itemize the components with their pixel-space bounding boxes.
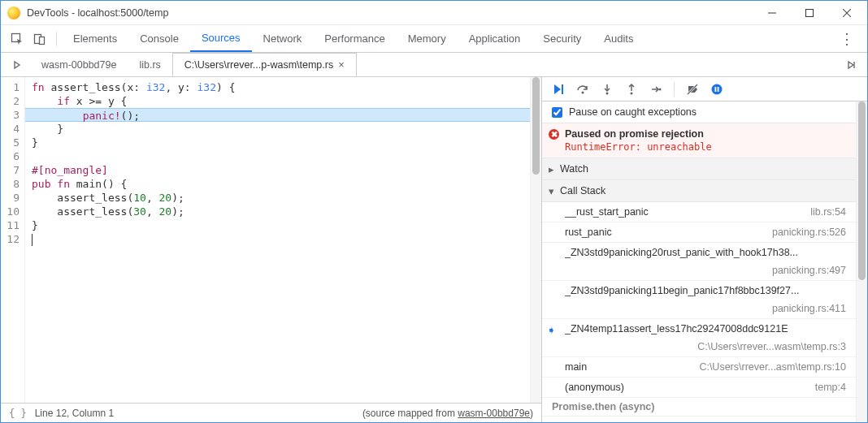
- step-button[interactable]: [644, 78, 667, 101]
- code-line[interactable]: if x >= y {: [32, 94, 530, 108]
- code-line[interactable]: }: [32, 136, 530, 149]
- more-tabs-icon[interactable]: [840, 54, 862, 76]
- step-over-button[interactable]: [571, 78, 594, 101]
- code-line[interactable]: assert_less(30, 20);: [32, 205, 530, 218]
- scrollbar-thumb[interactable]: [532, 77, 540, 175]
- tab-elements[interactable]: Elements: [62, 25, 128, 52]
- editor-pane: 123456789101112 fn assert_less(x: i32, y…: [1, 77, 542, 422]
- main-panel-tabs: ElementsConsoleSourcesNetworkPerformance…: [1, 25, 867, 53]
- step-into-button[interactable]: [596, 78, 618, 101]
- file-tab-label: C:\Users\rrever...p-wasm\temp.rs: [184, 59, 333, 71]
- tab-audits[interactable]: Audits: [592, 25, 644, 52]
- inspect-element-icon[interactable]: [6, 28, 28, 50]
- code-line[interactable]: }: [32, 218, 530, 232]
- frame-location: C:\Users\rrever...wasm\temp.rs:3: [697, 341, 846, 352]
- source-file-tabs: wasm-00bbd79elib.rsC:\Users\rrever...p-w…: [1, 53, 867, 77]
- content-split: 123456789101112 fn assert_less(x: i32, y…: [1, 77, 867, 422]
- code-editor[interactable]: 123456789101112 fn assert_less(x: i32, y…: [1, 77, 541, 403]
- show-navigator-icon[interactable]: [6, 54, 28, 76]
- devtools-favicon: [7, 6, 20, 19]
- pause-on-caught-row[interactable]: Pause on caught exceptions: [542, 101, 856, 123]
- callstack-section-header[interactable]: Call Stack: [542, 180, 856, 202]
- frame-function-name: _ZN4temp11assert_less17hc29247008ddc9121…: [565, 323, 788, 335]
- pause-on-caught-checkbox[interactable]: [552, 107, 562, 118]
- file-tab[interactable]: lib.rs: [128, 53, 171, 76]
- code-line[interactable]: pub fn main() {: [32, 177, 530, 191]
- frame-function-name: __rust_start_panic: [565, 206, 649, 218]
- frame-location: panicking.rs:526: [772, 227, 846, 238]
- source-map-link[interactable]: wasm-00bbd79e: [458, 408, 530, 419]
- frame-function-name: _ZN3std9panicking20rust_panic_with_hook1…: [565, 247, 798, 258]
- code-line[interactable]: [32, 232, 530, 246]
- scrollbar-thumb[interactable]: [858, 101, 866, 280]
- svg-rect-1: [806, 9, 814, 16]
- file-tab-label: wasm-00bbd79e: [41, 59, 116, 71]
- file-tab[interactable]: wasm-00bbd79e: [30, 53, 128, 76]
- callstack-frame[interactable]: ➧_ZN4temp11assert_less17hc29247008ddc912…: [542, 319, 856, 357]
- brackets-icon[interactable]: { }: [9, 408, 27, 419]
- debugger-content: Pause on caught exceptions ✖ Paused on p…: [542, 101, 856, 422]
- tab-application[interactable]: Application: [458, 25, 532, 52]
- async-boundary-label: Promise.then (async): [542, 398, 856, 417]
- debugger-pane: Pause on caught exceptions ✖ Paused on p…: [542, 77, 867, 422]
- step-out-button[interactable]: [620, 78, 643, 101]
- frame-function-name: _ZN3std9panicking11begin_panic17hf8bbc13…: [565, 285, 799, 296]
- code-line[interactable]: [32, 149, 530, 163]
- tab-performance[interactable]: Performance: [313, 25, 396, 52]
- callstack-frame[interactable]: _ZN3std9panicking20rust_panic_with_hook1…: [542, 243, 856, 281]
- callstack-frame[interactable]: mainC:\Users\rrever...asm\temp.rs:10: [542, 357, 856, 378]
- file-tab-row: wasm-00bbd79elib.rsC:\Users\rrever...p-w…: [30, 53, 357, 76]
- line-gutter: 123456789101112: [1, 77, 25, 403]
- callstack-label: Call Stack: [560, 185, 605, 196]
- pause-on-exceptions-button[interactable]: [705, 78, 728, 101]
- paused-title: Paused on promise rejection: [565, 128, 848, 140]
- code-line[interactable]: }: [32, 122, 530, 136]
- device-toolbar-icon[interactable]: [28, 28, 51, 50]
- window-title: DevTools - localhost:5000/temp: [27, 7, 753, 19]
- close-button[interactable]: [828, 1, 866, 25]
- file-tab-label: lib.rs: [139, 59, 160, 71]
- minimize-button[interactable]: [753, 1, 791, 25]
- svg-point-11: [606, 92, 609, 94]
- code-line[interactable]: assert_less(10, 20);: [32, 191, 530, 205]
- watch-section-header[interactable]: Watch: [542, 158, 856, 180]
- callstack-frame[interactable]: _ZN3std9panicking11begin_panic17hf8bbc13…: [542, 281, 856, 319]
- close-tab-icon[interactable]: ×: [338, 58, 345, 71]
- svg-rect-8: [562, 84, 563, 94]
- svg-rect-19: [715, 87, 717, 92]
- titlebar: DevTools - localhost:5000/temp: [1, 1, 867, 25]
- tab-memory[interactable]: Memory: [397, 25, 458, 52]
- svg-point-18: [712, 84, 723, 94]
- callstack-frame[interactable]: rust_panicpanicking.rs:526: [542, 222, 856, 243]
- code-line[interactable]: fn assert_less(x: i32, y: i32) {: [32, 80, 530, 94]
- frame-location: C:\Users\rrever...asm\temp.rs:10: [699, 361, 846, 373]
- maximize-button[interactable]: [791, 1, 828, 25]
- callstack-frame[interactable]: __rust_start_paniclib.rs:54: [542, 202, 856, 222]
- pause-on-caught-label: Pause on caught exceptions: [569, 106, 697, 118]
- watch-label: Watch: [560, 163, 588, 175]
- tab-security[interactable]: Security: [532, 25, 592, 52]
- code-body[interactable]: fn assert_less(x: i32, y: i32) { if x >=…: [25, 77, 530, 403]
- tab-sources[interactable]: Sources: [190, 25, 252, 52]
- tab-console[interactable]: Console: [128, 25, 190, 52]
- tab-network[interactable]: Network: [252, 25, 314, 52]
- editor-scrollbar[interactable]: [530, 77, 541, 403]
- debugger-toolbar: [542, 77, 867, 101]
- debugger-scrollbar[interactable]: [856, 101, 867, 422]
- file-tab[interactable]: C:\Users\rrever...p-wasm\temp.rs×: [172, 53, 357, 76]
- svg-point-13: [631, 92, 633, 94]
- frame-location: temp:4: [815, 382, 846, 393]
- frame-location: lib.rs:54: [810, 206, 846, 218]
- code-line[interactable]: #[no_mangle]: [32, 163, 530, 177]
- frame-function-name: rust_panic: [565, 227, 612, 238]
- frame-location: panicking.rs:411: [772, 303, 846, 314]
- window-buttons: [753, 1, 866, 25]
- deactivate-breakpoints-button[interactable]: [681, 78, 704, 101]
- callstack-frame[interactable]: (anonymous)temp:4: [542, 378, 856, 398]
- editor-statusbar: { } Line 12, Column 1 (source mapped fro…: [1, 403, 541, 422]
- paused-status-box: ✖ Paused on promise rejection RuntimeErr…: [542, 123, 856, 158]
- resume-button[interactable]: [547, 78, 570, 101]
- more-menu-icon[interactable]: ⋮: [831, 30, 862, 48]
- code-line[interactable]: panic!();: [25, 108, 530, 122]
- svg-point-9: [582, 91, 584, 93]
